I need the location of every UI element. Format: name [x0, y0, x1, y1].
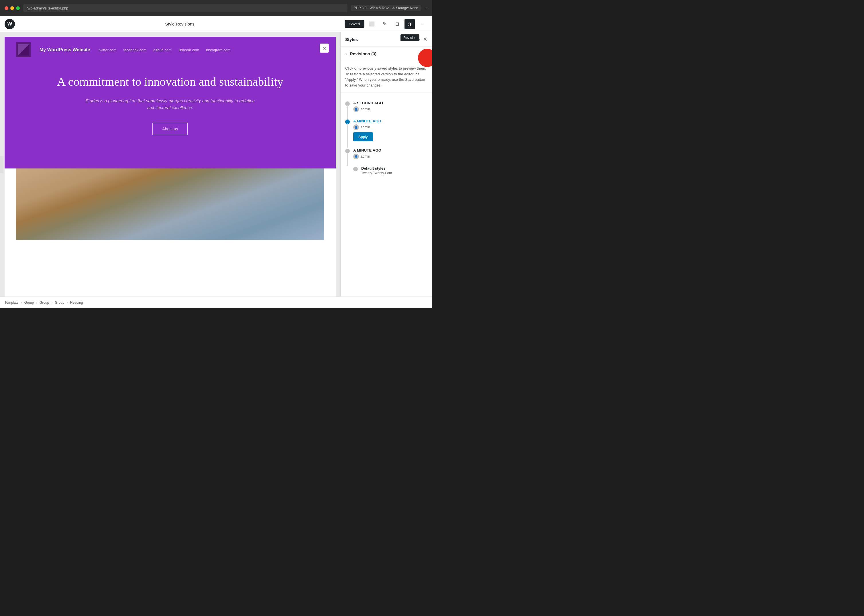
breadcrumb-group-1: Group — [24, 300, 34, 305]
revision-item[interactable]: A SECOND AGO 👤 admin — [345, 97, 427, 115]
breadcrumb-sep-2: › — [36, 300, 37, 305]
breadcrumb-bar: Template › Group › Group › Group › Headi… — [0, 297, 432, 308]
nav-link-linkedin[interactable]: linkedin.com — [179, 48, 199, 52]
revision-item-active[interactable]: A MINUTE AGO 👤 admin Apply — [345, 115, 427, 145]
breadcrumb-sep-3: › — [51, 300, 52, 305]
styles-icon-btn[interactable]: ◑ — [404, 19, 415, 29]
saved-button[interactable]: Saved — [345, 20, 364, 28]
breadcrumb-sep-1: › — [21, 300, 22, 305]
traffic-lights — [5, 6, 20, 10]
breadcrumb-heading: Heading — [70, 300, 83, 305]
revision-author-1: 👤 admin — [353, 106, 427, 112]
address-bar[interactable]: /wp-admin/site-editor.php — [23, 4, 347, 12]
browser-right: PHP 8.3 - WP 6.5-RC2 - ⚠ Storage: None ≡ — [351, 5, 427, 11]
revision-dot-2 — [345, 119, 350, 124]
php-badge: PHP 8.3 - WP 6.5-RC2 - ⚠ Storage: None — [351, 5, 421, 11]
revision-time-1: A SECOND AGO — [353, 101, 427, 105]
breadcrumb-sep-4: › — [67, 300, 68, 305]
revision-info-1: A SECOND AGO 👤 admin — [353, 101, 427, 112]
styles-panel-header: Styles 👁 ⟳ ✕ Revision ↖ — [341, 32, 432, 47]
nav-link-twitter[interactable]: twitter.com — [99, 48, 116, 52]
avatar-3: 👤 — [353, 154, 359, 159]
styles-icon: ◑ — [408, 21, 412, 27]
default-styles-sublabel: Twenty Twenty-Four — [361, 171, 427, 175]
revision-dot-default — [353, 167, 358, 171]
nav-bar: My WordPress Website twitter.com faceboo… — [16, 42, 324, 57]
close-panel-icon[interactable]: ✕ — [423, 36, 427, 42]
hero-section: My WordPress Website twitter.com faceboo… — [5, 37, 336, 168]
avatar-icon-1: 👤 — [354, 108, 358, 111]
wp-logo-text: W — [8, 21, 12, 27]
hero-subtext: Études is a pioneering firm that seamles… — [84, 97, 256, 111]
site-title: My WordPress Website — [39, 47, 90, 52]
preview-icon-btn[interactable]: ⬜ — [367, 19, 377, 29]
default-styles-item[interactable]: Default styles Twenty Twenty-Four — [345, 163, 427, 179]
toolbar-actions: Saved ⬜ ✎ ⊟ ◑ ⋯ — [345, 19, 427, 29]
avatar-2: 👤 — [353, 124, 359, 130]
hero-headline: A commitment to innovation and sustainab… — [16, 74, 324, 89]
revisions-header: ‹ Revisions (3) — [341, 47, 432, 61]
preview-icon: ⬜ — [369, 21, 375, 27]
revision-info-3: A MINUTE AGO 👤 admin — [353, 148, 427, 159]
avatar-1: 👤 — [353, 106, 359, 112]
nav-link-instagram[interactable]: instagram.com — [206, 48, 230, 52]
brush-icon: ✎ — [383, 21, 386, 27]
nav-logo — [16, 42, 31, 57]
revisions-tooltip: Revision — [401, 35, 419, 41]
revision-info-default: Default styles Twenty Twenty-Four — [361, 166, 427, 175]
canvas-content: ✕ My WordPress Website twitter.com faceb… — [5, 37, 336, 297]
author-name-2: admin — [361, 125, 370, 129]
revision-dot-3 — [345, 149, 350, 153]
app-container: W Style Revisions Saved ⬜ ✎ ⊟ ◑ ⋯ — [0, 16, 432, 308]
toolbar-title: Style Revisions — [18, 22, 342, 26]
author-name-3: admin — [361, 154, 370, 159]
avatar-icon-3: 👤 — [354, 155, 358, 158]
breadcrumb-group-3: Group — [55, 300, 64, 305]
nav-links: twitter.com facebook.com github.com link… — [99, 48, 230, 52]
nav-link-facebook[interactable]: facebook.com — [123, 48, 146, 52]
image-section — [16, 168, 324, 240]
nav-link-github[interactable]: github.com — [153, 48, 171, 52]
breadcrumb-template: Template — [5, 300, 19, 305]
maximize-traffic-light[interactable] — [16, 6, 20, 10]
revisions-description: Click on previously saved styles to prev… — [341, 61, 432, 93]
minimize-traffic-light[interactable] — [10, 6, 14, 10]
image-inner — [16, 168, 324, 240]
revision-author-2: 👤 admin — [353, 124, 427, 130]
breadcrumb-group-2: Group — [39, 300, 49, 305]
revisions-list: A SECOND AGO 👤 admin A MINUTE AGO — [341, 93, 432, 183]
sidebar-panel: Styles 👁 ⟳ ✕ Revision ↖ ‹ Revi — [340, 32, 432, 297]
revision-item-3[interactable]: A MINUTE AGO 👤 admin — [345, 145, 427, 163]
hamburger-icon[interactable]: ≡ — [424, 5, 427, 11]
content-area: ✕ My WordPress Website twitter.com faceb… — [0, 32, 432, 297]
tooltip-text: Revision — [403, 36, 416, 40]
more-icon: ⋯ — [420, 21, 424, 27]
about-us-button[interactable]: About us — [152, 123, 188, 135]
close-canvas-button[interactable]: ✕ — [320, 44, 329, 53]
close-icon: ✕ — [322, 46, 326, 51]
close-traffic-light[interactable] — [5, 6, 8, 10]
layout-icon-btn[interactable]: ⊟ — [392, 19, 402, 29]
wp-logo[interactable]: W — [5, 19, 15, 29]
browser-chrome: /wp-admin/site-editor.php PHP 8.3 - WP 6… — [0, 0, 432, 16]
brush-icon-btn[interactable]: ✎ — [379, 19, 390, 29]
nav-logo-inner — [18, 44, 29, 56]
more-icon-btn[interactable]: ⋯ — [417, 19, 427, 29]
revision-author-3: 👤 admin — [353, 154, 427, 159]
back-icon: ‹ — [345, 51, 347, 57]
revision-dot-1 — [345, 101, 350, 106]
styles-panel-title: Styles — [345, 37, 406, 42]
avatar-icon-2: 👤 — [354, 126, 358, 129]
back-button[interactable]: ‹ — [345, 51, 347, 57]
revision-info-2: A MINUTE AGO 👤 admin Apply — [353, 119, 427, 141]
top-toolbar: W Style Revisions Saved ⬜ ✎ ⊟ ◑ ⋯ — [0, 16, 432, 32]
author-name-1: admin — [361, 107, 370, 111]
apply-button[interactable]: Apply — [353, 132, 373, 141]
canvas-area: ✕ My WordPress Website twitter.com faceb… — [0, 32, 340, 297]
layout-icon: ⊟ — [395, 21, 399, 27]
url-text: /wp-admin/site-editor.php — [27, 6, 68, 10]
revisions-title: Revisions (3) — [350, 51, 376, 56]
left-resize-handle[interactable] — [0, 156, 3, 173]
default-styles-label: Default styles — [361, 166, 427, 170]
revision-time-3: A MINUTE AGO — [353, 148, 427, 152]
